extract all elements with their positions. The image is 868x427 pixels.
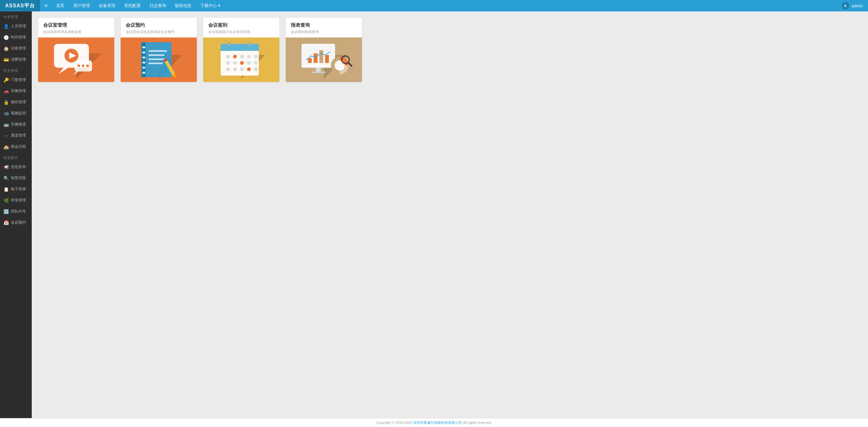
nav-link-系统配置[interactable]: 系统配置 <box>120 0 145 11</box>
footer-link[interactable]: 深圳市斯威尔智能科技有限公司 <box>413 421 462 424</box>
card-illustration <box>203 37 279 82</box>
nav-link-版权信息[interactable]: 版权信息 <box>170 0 196 11</box>
card-subtitle: 会议室会议状态查阅及会议预约 <box>126 30 192 34</box>
svg-rect-21 <box>149 58 166 60</box>
nav-link-首页[interactable]: 首页 <box>52 0 69 11</box>
sidebar-label: 车辆报道 <box>11 122 26 127</box>
sidebar-item-时间管理[interactable]: 🕐时间管理 <box>0 32 32 43</box>
nav-link-日志查询[interactable]: 日志查询 <box>145 0 170 11</box>
card-meeting-reserve[interactable]: 会议预约会议室会议状态查阅及会议预约 <box>121 18 197 82</box>
sidebar-item-门禁管理[interactable]: 🔑门禁管理 <box>0 74 32 85</box>
sidebar-icon: 🏫 <box>3 144 9 149</box>
card-title: 会议预约 <box>126 22 192 28</box>
svg-rect-14 <box>142 52 146 53</box>
nav-link-下载中心[interactable]: 下载中心 ▾ <box>196 0 225 11</box>
sidebar-item-消费管理[interactable]: 💳消费管理 <box>0 54 32 65</box>
sidebar-icon: 🔒 <box>3 100 9 105</box>
svg-point-7 <box>78 64 80 67</box>
sidebar-item-排队叫号[interactable]: 🔢排队叫号 <box>0 206 32 217</box>
card-subtitle: 会议室的管理及参数设置 <box>43 30 109 34</box>
svg-point-36 <box>254 55 258 58</box>
svg-rect-31 <box>248 42 251 47</box>
sidebar-icon: ↔️ <box>3 133 9 138</box>
sidebar-item-访客管理[interactable]: 🏠访客管理 <box>0 43 32 54</box>
svg-point-39 <box>240 61 244 65</box>
svg-point-37 <box>226 61 230 65</box>
user-area: A admin <box>842 2 868 9</box>
svg-rect-18 <box>142 72 146 74</box>
sidebar-icon: 🔑 <box>3 78 9 83</box>
sidebar-section-title: 安全管理 <box>0 65 32 74</box>
nav-link-用户管理[interactable]: 用户管理 <box>69 0 94 11</box>
brand-logo: ASSAS平台 <box>0 0 40 11</box>
card-illustration <box>121 37 197 82</box>
card-illustration <box>286 37 362 82</box>
nav-link-设备管理[interactable]: 设备管理 <box>94 0 120 11</box>
svg-rect-20 <box>149 54 164 56</box>
sidebar-label: 人员管理 <box>11 24 26 29</box>
sidebar-label: 门禁管理 <box>11 77 26 83</box>
svg-point-45 <box>247 67 251 71</box>
svg-point-33 <box>233 55 237 58</box>
sidebar-item-车辆管理[interactable]: 🚗车辆管理 <box>0 85 32 96</box>
svg-rect-22 <box>149 63 163 64</box>
sidebar-icon: 📹 <box>3 111 9 116</box>
svg-point-43 <box>233 67 237 71</box>
svg-rect-30 <box>228 42 230 47</box>
svg-rect-29 <box>221 48 259 51</box>
sidebar-icon: 🚌 <box>3 122 9 127</box>
svg-rect-54 <box>325 55 329 63</box>
sidebar-label: 信息发布 <box>11 164 26 170</box>
sidebar-label: 梯控管理 <box>11 99 26 105</box>
svg-point-42 <box>226 67 230 71</box>
svg-point-32 <box>226 55 230 58</box>
sidebar-icon: 📢 <box>3 165 9 170</box>
sidebar-label: 视频监控 <box>11 111 26 116</box>
sidebar-item-环境管理[interactable]: 🌿环境管理 <box>0 195 32 206</box>
sidebar-icon: 🕐 <box>3 35 9 40</box>
sidebar-icon: 🚗 <box>3 89 9 94</box>
sidebar-section-title: 卡务管理 <box>0 11 32 21</box>
svg-rect-55 <box>316 68 321 72</box>
hamburger-button[interactable]: ≡ <box>40 0 52 11</box>
sidebar-item-会议预约[interactable]: 📅会议预约 <box>0 217 32 228</box>
card-meeting-checkin[interactable]: 会议签到会议现场显示会议签到页面 <box>203 18 279 82</box>
svg-point-34 <box>240 55 244 58</box>
sidebar-item-视频监控[interactable]: 📹视频监控 <box>0 108 32 119</box>
svg-point-41 <box>254 61 258 65</box>
card-subtitle: 会议签到报表查询 <box>291 30 357 34</box>
sidebar-item-梯控管理[interactable]: 🔒梯控管理 <box>0 96 32 108</box>
sidebar-label: 车辆管理 <box>11 88 26 94</box>
svg-rect-19 <box>149 50 167 52</box>
sidebar-icon: 📅 <box>3 220 9 225</box>
nav-links: 首页用户管理设备管理系统配置日志查询版权信息下载中心 ▾ <box>52 0 225 11</box>
sidebar-item-电子班牌[interactable]: 📋电子班牌 <box>0 183 32 195</box>
svg-point-40 <box>247 61 251 65</box>
sidebar-label: 访客管理 <box>11 46 26 51</box>
sidebar-icon: 🌿 <box>3 198 9 203</box>
sidebar-item-人员管理[interactable]: 👤人员管理 <box>0 21 32 32</box>
sidebar: 卡务管理👤人员管理🕐时间管理🏠访客管理💳消费管理安全管理🔑门禁管理🚗车辆管理🔒梯… <box>0 11 32 418</box>
sidebar-icon: 🏠 <box>3 46 9 51</box>
svg-rect-51 <box>308 58 312 63</box>
sidebar-label: 排队叫号 <box>11 209 26 214</box>
svg-point-35 <box>247 55 251 58</box>
sidebar-icon: 👤 <box>3 24 9 29</box>
sidebar-item-校会日程[interactable]: 🏫校会日程 <box>0 141 32 152</box>
sidebar-item-信息发布[interactable]: 📢信息发布 <box>0 162 32 172</box>
sidebar-icon: 🔍 <box>3 176 9 181</box>
sidebar-item-车辆报道[interactable]: 🚌车辆报道 <box>0 119 32 130</box>
svg-point-58 <box>335 60 345 70</box>
card-report-query[interactable]: 报表查询会议签到报表查询 <box>286 18 362 82</box>
main-layout: 卡务管理👤人员管理🕐时间管理🏠访客管理💳消费管理安全管理🔑门禁管理🚗车辆管理🔒梯… <box>0 11 868 418</box>
svg-rect-53 <box>319 50 323 63</box>
avatar: A <box>842 2 849 9</box>
main-content: 会议室管理会议室的管理及参数设置 会议预约会议室会议状态查阅及会议预约 <box>32 11 868 418</box>
sidebar-item-智慧导医[interactable]: 🔍智慧导医 <box>0 172 32 183</box>
card-title: 会议签到 <box>208 22 274 28</box>
card-meeting-room[interactable]: 会议室管理会议室的管理及参数设置 <box>38 18 114 82</box>
sidebar-item-通道管理[interactable]: ↔️通道管理 <box>0 130 32 141</box>
sidebar-label: 智慧导医 <box>11 175 26 181</box>
svg-rect-56 <box>311 72 326 73</box>
svg-point-9 <box>86 64 89 67</box>
